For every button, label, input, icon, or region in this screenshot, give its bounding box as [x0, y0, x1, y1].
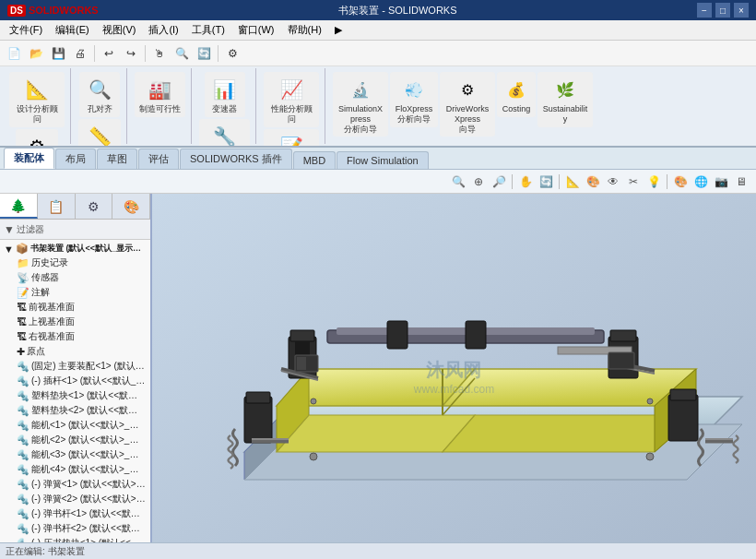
tree-item-label: 前视基准面 — [29, 301, 75, 314]
tab-SOLIDWORKS[interactable]: SOLIDWORKS 插件 — [180, 149, 292, 169]
transmitter-button[interactable]: 📊 变速器 — [205, 72, 245, 117]
measure-check-button[interactable]: 📏 最量检验 — [78, 119, 121, 148]
costing-icon: 💰 — [502, 75, 531, 104]
tab-FlowSimulation[interactable]: Flow Simulation — [337, 151, 429, 169]
hide-show-button[interactable]: 👁 — [604, 172, 622, 191]
design-analysis-button[interactable]: 📐 设计分析顾问 — [9, 72, 65, 127]
title-bar-title: 书架装置 - SOLIDWORKS — [338, 4, 456, 18]
tree-item[interactable]: 📡 传感器 — [0, 270, 150, 285]
print-button[interactable]: 🖨 — [70, 43, 90, 64]
appearance-button[interactable]: 🎨 — [671, 172, 690, 191]
design-analysis-icon: 📐 — [22, 75, 52, 104]
property-tab[interactable]: 📋 — [38, 194, 76, 219]
tab-[interactable]: 评估 — [138, 149, 179, 169]
menu-item-[interactable]: ▶ — [329, 22, 348, 38]
costing-button[interactable]: 💰 Costing — [497, 72, 536, 117]
section-view-button[interactable]: ✂ — [624, 172, 643, 191]
tree-item[interactable]: ✚ 原点 — [0, 344, 150, 359]
save-button[interactable]: 💾 — [48, 43, 68, 64]
undo-button[interactable]: ↩ — [99, 43, 119, 64]
config-tab[interactable]: ⚙ — [76, 194, 113, 219]
menu-item-H[interactable]: 帮助(H) — [282, 21, 327, 39]
menu-item-E[interactable]: 编辑(E) — [50, 21, 95, 39]
options-button[interactable]: ⚙ — [222, 43, 242, 64]
tree-item[interactable]: 🔩 (-) 插杆<1> (默认<<默认_显示状态... — [0, 374, 150, 388]
check-active-button[interactable]: 📝 检查激活的文档 — [264, 129, 319, 148]
menu-item-T[interactable]: 工具(T) — [186, 21, 230, 39]
driveworksxpress-button[interactable]: ⚙ DriveWorksXpress向导 — [440, 72, 495, 137]
menu-item-V[interactable]: 视图(V) — [97, 21, 142, 39]
tree-item[interactable]: 🔩 (-) 弹书杆<2> (默认<<默认_显示... — [0, 521, 150, 536]
open-button[interactable]: 📂 — [26, 43, 46, 64]
maximize-button[interactable]: □ — [715, 3, 730, 18]
tree-item[interactable]: 🔩 (-) 弹书杆<1> (默认<<默认>_显示... — [0, 506, 150, 521]
perf-analysis-button[interactable]: 📈 性能分析顾问 — [264, 72, 319, 127]
tab-MBD[interactable]: MBD — [293, 151, 336, 169]
new-button[interactable]: 📄 — [4, 43, 24, 64]
ribbon-group-assembly: 📊 变速器 🔧 装配体性能 🔲 装配体直观 — [194, 68, 256, 144]
svg-rect-29 — [387, 321, 408, 349]
thousand-check-button[interactable]: ⚙ 千步检查 — [16, 129, 58, 148]
tree-item-label: (-) 弹书杆<1> (默认<<默认>_显示... — [31, 507, 147, 520]
pan-button[interactable]: ✋ — [516, 172, 535, 191]
zoom-in-button[interactable]: 🔍 — [449, 172, 467, 191]
tree-item[interactable]: 🔩 能机<4> (默认<<默认>_显示状态... — [0, 462, 150, 477]
menu-item-I[interactable]: 插入(I) — [143, 21, 183, 39]
tree-item[interactable]: 🔩 塑料垫块<1> (默认<<默认>_显示状 — [0, 388, 150, 403]
sustainability-button[interactable]: 🌿 Sustainability — [537, 72, 593, 127]
measure-check-icon: 📏 — [85, 122, 114, 148]
zoom-fit-button[interactable]: ⊕ — [469, 172, 488, 191]
feature-tree-tab[interactable]: 🌲 — [0, 194, 38, 219]
tree-item[interactable]: 🔩 能机<2> (默认<<默认>_显示状态... — [0, 433, 150, 447]
check-active-icon: 📝 — [277, 132, 306, 148]
tree-root[interactable]: ▼ 📦 书架装置 (默认<<默认_显示状态-1>) — [0, 242, 150, 256]
redo-button[interactable]: ↪ — [121, 43, 141, 64]
title-bar-left: DS SOLIDWORKS — [7, 5, 99, 17]
hole-align-button[interactable]: 🔍 孔对齐 — [79, 72, 120, 117]
view-orient-button[interactable]: 📐 — [563, 172, 582, 191]
floxpress-button[interactable]: 💨 FloXpress分析向导 — [390, 72, 438, 127]
tree-item[interactable]: 📝 注解 — [0, 285, 150, 300]
tree-item[interactable]: 🏗 上视基准面 — [0, 315, 150, 329]
svg-marker-6 — [277, 415, 475, 452]
zoom-button[interactable]: 🔍 — [171, 43, 192, 64]
assembly-perf-button[interactable]: 🔧 装配体性能 — [199, 119, 250, 148]
zoom-area-button[interactable]: 🔎 — [490, 172, 508, 191]
svg-rect-24 — [670, 389, 696, 400]
tree-item[interactable]: 🏗 前视基准面 — [0, 300, 150, 315]
tree-item[interactable]: 🔩 (-) 弹簧<2> (默认<<默认>_显示状 — [0, 492, 150, 506]
select-button[interactable]: 🖱 — [149, 43, 170, 64]
tree-item[interactable]: 🔩 塑料垫块<2> (默认<<默认>_显示状 — [0, 403, 150, 418]
ribbon-group-manufacture: 🏭 制造可行性 — [129, 68, 192, 144]
viewport[interactable]: 沐风网 www.mfcad.com — [152, 194, 756, 559]
tree-item[interactable]: 📁 历史记录 — [0, 256, 150, 270]
tree-item[interactable]: 🏗 右视基准面 — [0, 329, 150, 344]
scene-button[interactable]: 🌐 — [691, 172, 710, 191]
menu-item-F[interactable]: 文件(F) — [4, 21, 48, 39]
tab-[interactable]: 草图 — [97, 149, 137, 169]
tree-item[interactable]: 🔩 能机<3> (默认<<默认>_显示状态... — [0, 447, 150, 462]
tab-[interactable]: 布局 — [55, 149, 96, 169]
monitor-button[interactable]: 🖥 — [732, 172, 750, 191]
tree-item[interactable]: 🔩 能机<1> (默认<<默认>_显示状态... — [0, 418, 150, 433]
feature-tree[interactable]: ▼ 📦 书架装置 (默认<<默认_显示状态-1>) 📁 历史记录 📡 传感器 📝… — [0, 240, 150, 559]
tab-[interactable]: 装配体 — [4, 148, 54, 169]
simulationxpress-button[interactable]: 🔬 SimulationXpress分析向导 — [333, 72, 388, 137]
rotate-button[interactable]: 🔄 — [194, 43, 214, 64]
minimize-button[interactable]: − — [697, 3, 712, 18]
close-button[interactable]: × — [734, 3, 749, 18]
ribbon-group-simulation: 🔬 SimulationXpress分析向导 💨 FloXpress分析向导 ⚙… — [327, 68, 598, 144]
tree-item[interactable]: 🔩 (固定) 主要装配<1> (默认<<默认... — [0, 359, 150, 374]
tree-item[interactable]: 🔩 (-) 弹簧<1> (默认<<默认>_显示状 — [0, 477, 150, 492]
manufacture-button[interactable]: 🏭 制造可行性 — [135, 72, 185, 117]
tree-item-label: 传感器 — [31, 271, 59, 284]
model-svg — [152, 194, 756, 559]
transmitter-icon: 📊 — [210, 75, 240, 104]
filter-label: 过滤器 — [17, 223, 44, 236]
display-style-button[interactable]: 🎨 — [584, 172, 602, 191]
rotate-3d-button[interactable]: 🔄 — [537, 172, 555, 191]
camera-button[interactable]: 📷 — [712, 172, 730, 191]
lighting-button[interactable]: 💡 — [644, 172, 663, 191]
menu-item-W[interactable]: 窗口(W) — [232, 21, 280, 39]
display-tab[interactable]: 🎨 — [112, 194, 150, 219]
